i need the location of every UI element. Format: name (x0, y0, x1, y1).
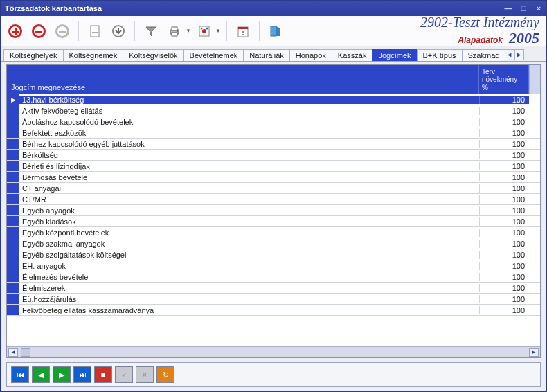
table-row[interactable]: Bérköltség100 (7, 150, 540, 161)
table-row[interactable]: CT/MR100 (7, 194, 540, 205)
table-row[interactable]: Bérmosás bevétele100 (7, 172, 540, 183)
tab-k-lts-gnemek[interactable]: Költségnemek (63, 49, 124, 61)
table-row[interactable]: Fekvőbeteg ellátás kasszamaradványa100 (7, 305, 540, 316)
cell-name: Bérköltség (19, 151, 479, 159)
table-row[interactable]: CT anyagai100 (7, 183, 540, 194)
row-marker (7, 205, 19, 215)
row-marker (7, 216, 19, 226)
maximize-button[interactable]: □ (519, 3, 528, 13)
cell-value: 100 (479, 129, 529, 137)
remove-button[interactable] (28, 21, 49, 42)
col-value-header[interactable]: Terv növekmény % (482, 68, 517, 92)
minimize-button[interactable]: — (503, 3, 513, 13)
settings-button[interactable] (194, 21, 215, 42)
tab-k-lts-ghelyek[interactable]: Költséghelyek (3, 49, 64, 61)
org-name: 2902-Teszt Intézmény (420, 15, 539, 30)
svg-rect-16 (271, 26, 276, 36)
exit-button[interactable] (265, 21, 286, 42)
print-dropdown-icon[interactable]: ▼ (186, 28, 191, 34)
row-marker (7, 150, 19, 160)
table-row[interactable]: Eü.hozzájárulás100 (7, 294, 540, 305)
scroll-thumb[interactable] (21, 348, 30, 357)
svg-text:5: 5 (242, 30, 245, 36)
table-row[interactable]: Bérleti és lízingdíjak100 (7, 161, 540, 172)
table-row[interactable]: Élelmiszerek100 (7, 283, 540, 294)
cell-name: Élelmezés bevétele (19, 273, 479, 281)
table-row[interactable]: Bérhez kapcsolódó egyéb juttatások100 (7, 139, 540, 150)
download-button[interactable] (108, 21, 129, 42)
svg-point-10 (202, 29, 206, 33)
svg-rect-6 (172, 27, 177, 30)
tab-k-lts-gvisel-k[interactable]: Költségviselők (123, 49, 183, 61)
cell-value: 100 (479, 118, 529, 126)
row-marker (7, 271, 19, 282)
tabs-scroll-left[interactable]: ◄ (505, 49, 514, 60)
table-row[interactable]: Egyéb kiadások100 (7, 216, 540, 227)
print-button[interactable] (164, 21, 185, 42)
nav-next-button[interactable]: ▶ (53, 366, 71, 383)
row-marker (7, 294, 19, 304)
row-marker: ▶ (7, 94, 19, 105)
cell-name: Élelmiszerek (19, 284, 479, 292)
table-row[interactable]: Élelmezés bevétele100 (7, 271, 540, 283)
vertical-scrollbar[interactable] (529, 65, 540, 94)
cell-name: EH. anyagok (19, 262, 479, 270)
add-button[interactable] (5, 21, 26, 42)
nav-last-button[interactable]: ⏭ (73, 366, 91, 383)
grid-header: Jogcím megnevezése Terv növekmény % (7, 65, 540, 94)
cell-name: Befektett eszközök (19, 129, 479, 137)
tab-h-napok[interactable]: Hónapok (289, 49, 332, 61)
org-subtitle: Alapadatok (458, 36, 503, 45)
table-row[interactable]: Egyéb szolgáltatások költségei100 (7, 249, 540, 260)
table-row[interactable]: Aktív fekvőbeteg ellátás100 (7, 105, 540, 116)
cell-name: CT anyagai (19, 184, 479, 193)
calendar-button[interactable]: 5 (233, 21, 253, 42)
cell-name: Bérleti és lízingdíjak (19, 162, 479, 170)
row-marker (7, 127, 19, 138)
nav-prev-button[interactable]: ◀ (32, 366, 50, 383)
scroll-right-icon[interactable]: ► (529, 348, 539, 357)
table-row[interactable]: ▶13.havi bérköltség100 (7, 94, 540, 105)
row-marker (7, 238, 19, 249)
tab-kassz-k[interactable]: Kasszák (332, 49, 373, 61)
titlebar: Törzsadatok karbantartása — □ × (1, 1, 546, 16)
scroll-left-icon[interactable]: ◄ (8, 348, 18, 357)
svg-rect-2 (92, 30, 98, 30)
tabs-scroll-right[interactable]: ► (514, 49, 524, 60)
table-row[interactable]: Ápoláshoz kapcsolódó bevételek100 (7, 116, 540, 127)
disabled-remove-button (52, 21, 73, 42)
nav-check-button: ✓ (115, 366, 133, 383)
document-button[interactable] (84, 21, 105, 42)
tab-b-k-t-pus[interactable]: B+K típus (417, 49, 463, 61)
row-marker (7, 139, 19, 149)
close-button[interactable]: × (534, 3, 544, 13)
tab-bev-telnemek[interactable]: Bevételnemek (183, 49, 244, 61)
tab-natur-li-k[interactable]: Naturáliák (243, 49, 290, 61)
tab-szakmac[interactable]: Szakmac (462, 49, 505, 61)
org-year: 2005 (509, 29, 539, 46)
filter-button[interactable] (141, 21, 161, 42)
cell-value: 100 (479, 195, 529, 204)
table-row[interactable]: EH. anyagok100 (7, 260, 540, 271)
table-row[interactable]: Egyéb anyagok100 (7, 205, 540, 216)
cell-name: Fekvőbeteg ellátás kasszamaradványa (19, 306, 479, 314)
cell-value: 100 (479, 206, 529, 215)
nav-first-button[interactable]: ⏮ (11, 366, 29, 383)
grid: Jogcím megnevezése Terv növekmény % ▶13.… (6, 64, 541, 358)
col-name-header[interactable]: Jogcím megnevezése (11, 83, 85, 91)
horizontal-scrollbar[interactable]: ◄ ► (7, 346, 540, 357)
table-row[interactable]: Egyéb központi bevételek100 (7, 227, 540, 238)
row-marker (7, 116, 19, 127)
settings-dropdown-icon[interactable]: ▼ (215, 28, 221, 34)
table-row[interactable]: Befektett eszközök100 (7, 127, 540, 139)
cell-value: 100 (479, 173, 529, 181)
nav-stop-button[interactable]: ■ (94, 366, 112, 383)
cell-value: 100 (479, 295, 529, 303)
svg-rect-7 (172, 33, 177, 36)
tab-jogc-mek[interactable]: Jogcímek (372, 49, 417, 61)
table-row[interactable]: Egyéb szakmai anyagok100 (7, 238, 540, 249)
row-marker (7, 194, 19, 204)
window-title: Törzsadatok karbantartása (5, 4, 102, 12)
cell-name: Bérmosás bevétele (19, 173, 479, 181)
nav-refresh-button[interactable]: ↻ (156, 366, 174, 383)
